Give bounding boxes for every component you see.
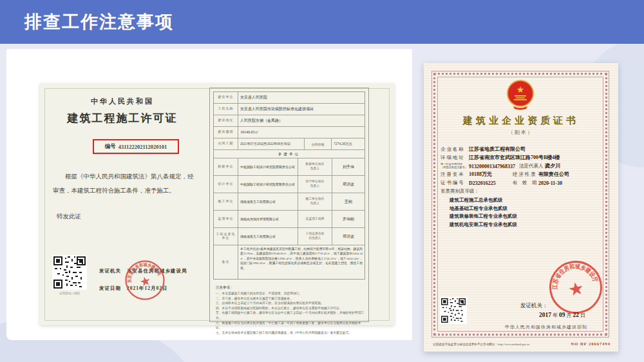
form-row-contract: 合同工期 2021年07月20日至2022年09月30日 合同价格 7274.2… [214, 138, 365, 150]
permit-number-label: 编号 [105, 143, 116, 151]
form-row: 工程名称 东安县人民医院传染病防控标准化建设项目 [214, 104, 365, 115]
party-person: 刘子伟 [332, 158, 365, 175]
company-name: 江苏省地质工程有限公司 [469, 146, 526, 153]
permit-qr-caption: 证照查询二维码 [48, 292, 91, 295]
permit-title: 建筑工程施工许可证 [54, 111, 191, 126]
permit-grant-text: 特发此证 [57, 213, 81, 221]
qualifications-title: 资质类别及等级： [440, 188, 603, 196]
credit-code-label: 统一社会信用代码 （或营业执照注册号） [440, 163, 469, 169]
provincial-red-seal: 江苏省住房和城乡建设厅 ★ [544, 255, 608, 319]
party-company: 湖南省第五工程有限公司 [238, 193, 298, 210]
party-person: 邓洪波 [332, 176, 365, 193]
form-label: 合同工期 [214, 138, 238, 149]
notes-line: 二、开工前，建设单位应当将本证放置于施工现场备查。 [216, 296, 365, 301]
party-row: 施工单位 湖南省第五工程有限公司 施工单位项目负责人 王刚 [214, 193, 365, 211]
contract-price-label: 合同价格 [305, 138, 332, 149]
remark-label: 备注 [214, 245, 238, 279]
qualification-title: 建筑业企业资质证书 [437, 115, 605, 127]
party-person: 王刚 [332, 193, 365, 210]
form-section-header: 参建单位 [214, 150, 365, 158]
nature-value: 有限责任公司 [538, 171, 569, 178]
notes-line: 七、无本证或未按本证规定施工的工程均属违章建筑，按《中华人民共和国建筑法》有关规… [216, 330, 365, 336]
form-value: 人民医院东侧（金凤路） [238, 115, 365, 126]
nature-label: 经 济 性 质 [513, 171, 538, 178]
company-name-label: 企 业 名 称 [440, 146, 469, 153]
permit-form: 建设单位 东安县人民医院 工程名称 东安县人民医院传染病防控标准化建设项目 建设… [209, 88, 369, 322]
credit-code-label-line2: （或营业执照注册号） [440, 166, 468, 169]
remark-text: 本工程共包含5栋单体建筑及其室外附属工程，结构设计使用年限50年，框架结构，建筑… [238, 245, 365, 279]
address-value: 江苏省南京市玄武区珠江路700号B楼4楼 [469, 154, 560, 161]
qualification-certificate: ★ 建筑业企业资质证书 （副本） 企 业 名 称 江苏省地质工程有限公司 详 细… [424, 63, 618, 352]
party-label: 勘察单位 [214, 158, 238, 175]
party-row: 勘察单位 中机国际工程设计研究院有限责任公司 勘察单位项目负责人 刘子伟 [214, 158, 365, 176]
qualification-qr-code [440, 297, 467, 324]
info-line: 详 细 地 址 江苏省南京市玄武区珠江路700号B楼4楼 [440, 153, 603, 161]
party-company: 湖南高为项目管理有限公司 [238, 211, 298, 227]
qualification-issue-date: 2017 年 09 月 22 日 [520, 312, 604, 319]
party-role: 总监理工程师 [298, 211, 332, 227]
seal-star-icon: ★ [138, 273, 153, 289]
permit-issuer-label: 发证机关 [99, 268, 121, 274]
contract-period: 2021年07月20日至2022年09月30日 [238, 138, 305, 149]
ministry-made-by: 中华人民共和国住房和城乡建设部制 [488, 324, 604, 330]
certificate-footer-url: 全国建筑市场监管与诚信信息发布平台查询网址：http://www.mohurd.… [433, 343, 573, 346]
permit-number: 431122202112020101 [118, 144, 167, 150]
valid-value: 2020-11-30 [538, 180, 562, 186]
presentation-slide: 排查工作注意事项 中华人民共和国 建筑工程施工许可证 编号 4311222021… [0, 0, 644, 362]
remark-row: 备注 本工程共包含5栋单体建筑及其室外附属工程，结构设计使用年限50年，框架结构… [214, 245, 365, 279]
form-label: 建设单位 [214, 92, 238, 103]
qualification-item: 建筑机电安装工程专业承包贰级 [450, 221, 603, 229]
qualification-item: 建筑工程施工总承包贰级 [450, 196, 603, 205]
qualification-item: 地基基础工程专业承包贰级 [450, 205, 603, 213]
party-company: 中机国际工程设计研究院有限责任公司 [238, 176, 298, 193]
capital-label: 注 册 资 本 [440, 171, 469, 178]
notes-line: 六、恢复施工时应当向发证机关报告；中止施工满一年的工程恢复施工前，建设单位应当报… [216, 321, 365, 330]
date-year: 2017 [539, 312, 551, 318]
party-role: 勘察单位项目负责人 [298, 158, 332, 175]
address-label: 详 细 地 址 [440, 155, 469, 161]
qualification-item: 建筑装修装饰工程专业承包贰级 [450, 213, 603, 221]
notes-line: 三、自领取本证之日起三个月内未开工的，应当在期满前向发证机关申请延期。 [216, 301, 365, 306]
permit-notes: 注意事项： 一、本证是建筑工程施工的法律凭证，不得涂改、伪造和转让。 二、开工前… [216, 285, 365, 335]
permit-country: 中华人民共和国 [66, 97, 179, 106]
title-bar: 排查工作注意事项 [0, 0, 644, 44]
party-company: 中机国际工程设计研究院有限责任公司 [238, 158, 298, 175]
info-line: 证 书 编 号 D232016225 有 效 期 2020-11-30 [440, 178, 603, 186]
slide-title: 排查工作注意事项 [24, 10, 174, 33]
svg-text:★: ★ [516, 85, 525, 95]
national-emblem-icon: ★ [506, 79, 535, 110]
form-value: 东安县人民医院传染病防控标准化建设项目 [238, 104, 365, 115]
qualification-info: 企 业 名 称 江苏省地质工程有限公司 详 细 地 址 江苏省南京市玄武区珠江路… [440, 144, 603, 229]
construction-permit-certificate: 中华人民共和国 建筑工程施工许可证 编号 431122202112020101 … [40, 84, 394, 325]
qualification-issuer-label: 发证机关： [520, 302, 548, 310]
party-label: 设计单位 [214, 176, 238, 193]
notes-line: 五、在建工程因故中止施工的，建设单位应当自中止施工之日起一个月内向发证机关报告，… [216, 310, 365, 320]
certificate-serial-number: NO DF 20667494 [571, 341, 611, 346]
form-row: 建设地址 人民医院东侧（金凤路） [214, 115, 365, 127]
form-label: 建设地址 [214, 115, 238, 126]
info-line: 企 业 名 称 江苏省地质工程有限公司 [440, 144, 603, 153]
contract-price: 7274.26万元 [332, 138, 365, 149]
date-year-unit: 年 [553, 312, 558, 318]
form-row: 建设规模 19140.05㎡ [214, 127, 365, 138]
qualification-subtitle: （副本） [437, 129, 605, 136]
form-row: 建设单位 东安县人民医院 [214, 92, 365, 104]
party-company: 湖南省第五工程有限公司 [238, 228, 298, 245]
cert-no-label: 证 书 编 号 [440, 180, 469, 186]
date-day-unit: 日 [580, 312, 585, 318]
capital-value: 10188万元 [469, 171, 509, 178]
party-row: 工程总承包单位 湖南省第五工程有限公司 工程总承包项目负责人 邓洪波 [214, 228, 365, 245]
form-value: 东安县人民医院 [238, 92, 365, 103]
party-person: 邓洪波 [332, 228, 365, 245]
credit-code: 913200001347968337 [469, 164, 515, 169]
permit-number-highlight-box: 编号 431122202112020101 [93, 139, 179, 154]
legal-rep: 龚夕川 [545, 162, 560, 169]
date-month-unit: 月 [567, 312, 572, 318]
party-row: 监理单位 湖南高为项目管理有限公司 总监理工程师 罗伟刚 [214, 211, 365, 228]
party-role: 工程总承包项目负责人 [298, 228, 332, 245]
permit-form-table: 建设单位 东安县人民医院 工程名称 东安县人民医院传染病防控标准化建设项目 建设… [213, 91, 365, 280]
permit-qr-code [52, 255, 87, 290]
info-line: 统一社会信用代码 （或营业执照注册号） 913200001347968337 法… [440, 161, 603, 169]
form-label: 工程名称 [214, 104, 238, 115]
party-person: 罗伟刚 [332, 211, 365, 227]
